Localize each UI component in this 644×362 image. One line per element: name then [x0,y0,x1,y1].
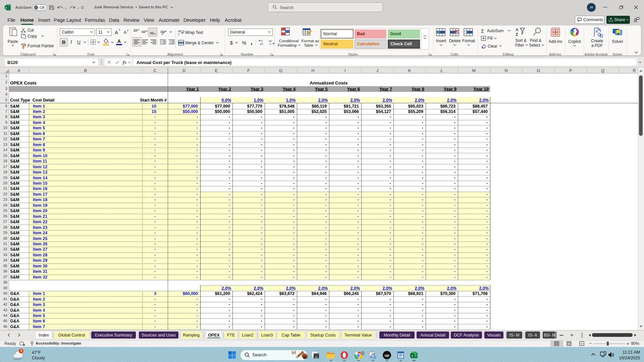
svg-text:Z: Z [516,32,518,36]
svg-text:0: 0 [261,40,263,43]
svg-text:.00: .00 [268,40,272,43]
svg-text:c: c [178,33,180,36]
svg-text:.00: .00 [259,43,263,46]
svg-text:A: A [595,29,598,33]
svg-text:0: 0 [270,43,271,46]
svg-text:A: A [516,27,519,32]
svg-text:x: x [412,354,413,357]
svg-text:x: x [5,6,7,9]
